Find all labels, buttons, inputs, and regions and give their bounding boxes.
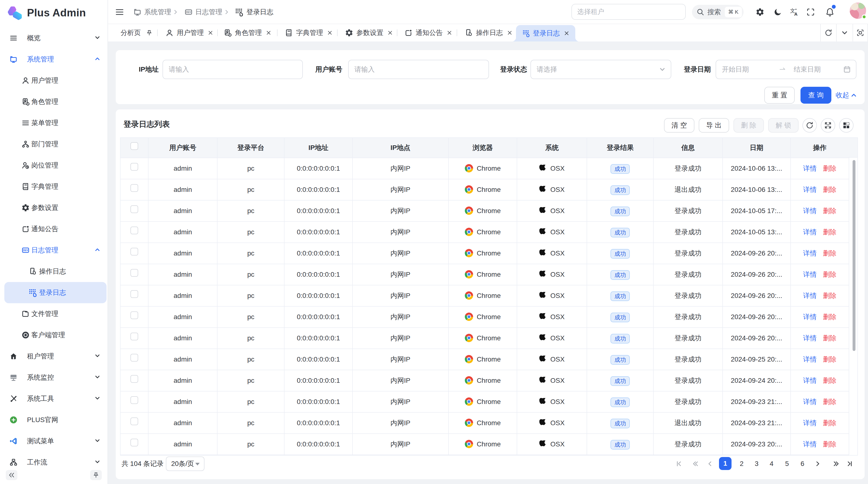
svg-text:DEV: DEV [186, 11, 191, 13]
svg-text:A: A [794, 11, 798, 17]
svg-text:DEV: DEV [23, 249, 28, 252]
